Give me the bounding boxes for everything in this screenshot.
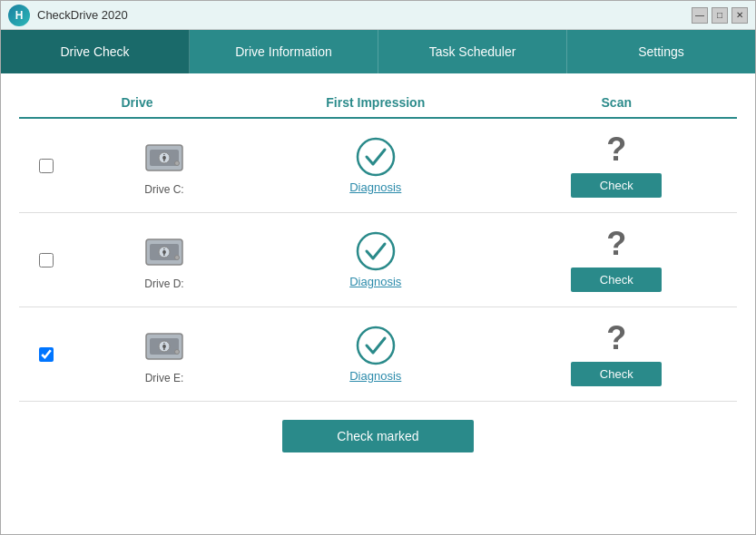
scan-col-c: ? Check [496, 133, 738, 198]
tab-settings[interactable]: Settings [567, 30, 755, 73]
main-content: Drive First Impression Scan i Drive C: [1, 73, 755, 482]
app-logo: H [8, 5, 30, 26]
close-button[interactable]: ✕ [731, 7, 748, 24]
svg-text:i: i [163, 248, 166, 258]
check-button-c[interactable]: Check [571, 173, 662, 198]
scan-status-e: ? [606, 322, 626, 355]
diagnosis-link-d[interactable]: Diagnosis [349, 275, 401, 288]
drive-icon-e: i [142, 325, 186, 368]
first-impression-e: Diagnosis [255, 326, 496, 383]
drive-icon-d: i [142, 230, 186, 274]
tab-drive-check[interactable]: Drive Check [1, 30, 190, 73]
check-icon-c [356, 137, 396, 177]
svg-point-11 [175, 255, 180, 259]
minimize-button[interactable]: — [692, 7, 708, 24]
diagnosis-link-e[interactable]: Diagnosis [349, 369, 401, 383]
col-first-impression: First Impression [255, 95, 496, 110]
window-controls[interactable]: — □ ✕ [692, 7, 748, 24]
drive-row-e: i Drive E: Diagnosis ? Check [19, 307, 737, 402]
svg-point-6 [358, 139, 394, 175]
first-impression-c: Diagnosis [255, 137, 496, 194]
svg-point-18 [175, 349, 180, 354]
scan-status-d: ? [606, 228, 626, 260]
check-button-e[interactable]: Check [571, 362, 662, 386]
svg-text:i: i [163, 153, 166, 163]
check-button-d[interactable]: Check [571, 268, 662, 292]
checkbox-input-e[interactable] [39, 347, 54, 362]
drive-icon-c: i [142, 136, 186, 180]
nav-tabs: Drive Check Drive Information Task Sched… [1, 30, 755, 73]
checkbox-c[interactable] [19, 159, 74, 173]
title-bar-left: H CheckDrive 2020 [8, 5, 128, 26]
col-drive: Drive [19, 95, 255, 110]
col-scan: Scan [496, 95, 738, 110]
drive-info-d: i Drive D: [74, 230, 255, 290]
title-bar: H CheckDrive 2020 — □ ✕ [1, 1, 755, 30]
scan-status-c: ? [606, 133, 626, 166]
svg-point-20 [358, 327, 394, 364]
maximize-button[interactable]: □ [712, 7, 728, 24]
checkbox-input-d[interactable] [39, 253, 54, 268]
check-marked-button[interactable]: Check marked [282, 420, 473, 452]
drive-row-c: i Drive C: Diagnosis ? Check [19, 119, 737, 213]
app-title: CheckDrive 2020 [37, 8, 128, 22]
checkbox-d[interactable] [19, 253, 74, 268]
first-impression-d: Diagnosis [255, 231, 496, 288]
check-icon-d [356, 231, 396, 271]
tab-task-scheduler[interactable]: Task Scheduler [378, 30, 567, 73]
bottom-bar: Check marked [19, 405, 737, 467]
svg-text:i: i [163, 342, 166, 352]
checkbox-e[interactable] [19, 347, 74, 362]
drive-label-d: Drive D: [144, 277, 183, 290]
checkbox-input-c[interactable] [39, 159, 54, 173]
drive-label-e: Drive E: [145, 372, 184, 384]
scan-col-d: ? Check [496, 228, 738, 292]
diagnosis-link-c[interactable]: Diagnosis [349, 180, 401, 194]
tab-drive-information[interactable]: Drive Information [190, 30, 378, 73]
scan-col-e: ? Check [496, 322, 738, 386]
drive-info-c: i Drive C: [74, 136, 255, 196]
drive-row-d: i Drive D: Diagnosis ? Check [19, 213, 737, 307]
table-header: Drive First Impression Scan [19, 88, 737, 119]
drive-label-c: Drive C: [144, 183, 183, 196]
svg-point-13 [358, 233, 394, 269]
drive-info-e: i Drive E: [74, 325, 255, 384]
check-icon-e [356, 326, 396, 365]
svg-point-4 [175, 160, 180, 165]
